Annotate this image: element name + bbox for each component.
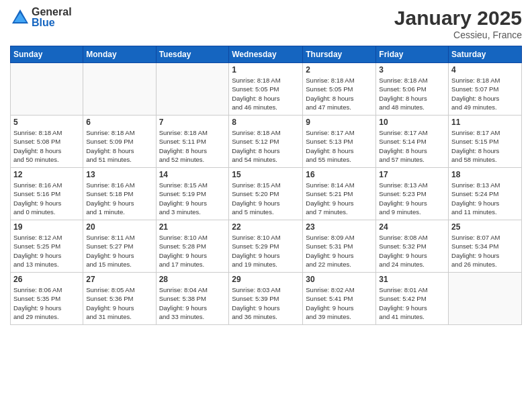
calendar-cell: 26Sunrise: 8:06 AM Sunset: 5:35 PM Dayli… xyxy=(11,273,83,325)
day-number: 6 xyxy=(86,118,152,127)
day-info: Sunrise: 8:18 AM Sunset: 5:07 PM Dayligh… xyxy=(451,76,519,111)
header: General Blue January 2025 Cessieu, Franc… xyxy=(10,7,522,40)
calendar-cell: 11Sunrise: 8:17 AM Sunset: 5:15 PM Dayli… xyxy=(449,116,522,168)
day-info: Sunrise: 8:09 AM Sunset: 5:31 PM Dayligh… xyxy=(306,233,373,269)
day-info: Sunrise: 8:18 AM Sunset: 5:12 PM Dayligh… xyxy=(232,128,300,164)
day-number: 30 xyxy=(306,275,373,284)
day-info: Sunrise: 8:05 AM Sunset: 5:36 PM Dayligh… xyxy=(86,285,152,321)
logo-general: General xyxy=(32,7,72,17)
calendar-cell: 15Sunrise: 8:15 AM Sunset: 5:20 PM Dayli… xyxy=(229,168,303,220)
day-number: 21 xyxy=(159,222,226,232)
calendar-cell: 2Sunrise: 8:18 AM Sunset: 5:05 PM Daylig… xyxy=(303,63,376,116)
day-info: Sunrise: 8:01 AM Sunset: 5:42 PM Dayligh… xyxy=(379,285,445,321)
weekday-header: Wednesday xyxy=(229,46,303,63)
calendar-header: SundayMondayTuesdayWednesdayThursdayFrid… xyxy=(11,46,522,63)
day-number: 16 xyxy=(306,170,373,179)
day-info: Sunrise: 8:18 AM Sunset: 5:05 PM Dayligh… xyxy=(232,76,300,111)
day-info: Sunrise: 8:08 AM Sunset: 5:32 PM Dayligh… xyxy=(379,233,445,269)
calendar-cell: 21Sunrise: 8:10 AM Sunset: 5:28 PM Dayli… xyxy=(156,220,229,273)
day-info: Sunrise: 8:12 AM Sunset: 5:25 PM Dayligh… xyxy=(13,233,80,269)
calendar-cell: 16Sunrise: 8:14 AM Sunset: 5:21 PM Dayli… xyxy=(303,168,376,220)
calendar-week-row: 1Sunrise: 8:18 AM Sunset: 5:05 PM Daylig… xyxy=(11,63,522,116)
logo-icon xyxy=(10,7,30,28)
day-info: Sunrise: 8:14 AM Sunset: 5:21 PM Dayligh… xyxy=(306,181,373,216)
calendar-cell: 14Sunrise: 8:15 AM Sunset: 5:19 PM Dayli… xyxy=(156,168,229,220)
logo-text: General Blue xyxy=(32,7,72,28)
weekday-header: Tuesday xyxy=(156,46,229,63)
day-number: 25 xyxy=(451,222,519,232)
calendar-cell: 1Sunrise: 8:18 AM Sunset: 5:05 PM Daylig… xyxy=(229,63,303,116)
day-number: 2 xyxy=(306,65,373,75)
day-info: Sunrise: 8:13 AM Sunset: 5:24 PM Dayligh… xyxy=(451,181,519,216)
calendar-cell: 6Sunrise: 8:18 AM Sunset: 5:09 PM Daylig… xyxy=(83,116,156,168)
day-number: 4 xyxy=(451,65,519,75)
day-number: 13 xyxy=(86,170,152,179)
calendar-cell: 27Sunrise: 8:05 AM Sunset: 5:36 PM Dayli… xyxy=(83,273,156,325)
day-info: Sunrise: 8:11 AM Sunset: 5:27 PM Dayligh… xyxy=(86,233,152,269)
day-info: Sunrise: 8:13 AM Sunset: 5:23 PM Dayligh… xyxy=(379,181,445,216)
logo: General Blue xyxy=(10,7,72,28)
weekday-header: Thursday xyxy=(303,46,376,63)
calendar-cell xyxy=(11,63,83,116)
weekday-header: Friday xyxy=(376,46,449,63)
day-number: 19 xyxy=(13,222,80,232)
day-info: Sunrise: 8:10 AM Sunset: 5:28 PM Dayligh… xyxy=(159,233,226,269)
weekday-header: Monday xyxy=(83,46,156,63)
day-number: 15 xyxy=(232,170,300,179)
day-info: Sunrise: 8:15 AM Sunset: 5:19 PM Dayligh… xyxy=(159,181,226,216)
calendar-cell: 13Sunrise: 8:16 AM Sunset: 5:18 PM Dayli… xyxy=(83,168,156,220)
day-number: 3 xyxy=(379,65,445,75)
day-info: Sunrise: 8:18 AM Sunset: 5:09 PM Dayligh… xyxy=(86,128,152,164)
calendar-cell: 19Sunrise: 8:12 AM Sunset: 5:25 PM Dayli… xyxy=(11,220,83,273)
day-number: 28 xyxy=(159,275,226,284)
day-number: 7 xyxy=(159,118,226,127)
calendar-cell: 9Sunrise: 8:17 AM Sunset: 5:13 PM Daylig… xyxy=(303,116,376,168)
calendar-week-row: 19Sunrise: 8:12 AM Sunset: 5:25 PM Dayli… xyxy=(11,220,522,273)
calendar-cell xyxy=(449,273,522,325)
calendar-cell: 25Sunrise: 8:07 AM Sunset: 5:34 PM Dayli… xyxy=(449,220,522,273)
calendar-cell: 18Sunrise: 8:13 AM Sunset: 5:24 PM Dayli… xyxy=(449,168,522,220)
day-number: 23 xyxy=(306,222,373,232)
day-info: Sunrise: 8:18 AM Sunset: 5:11 PM Dayligh… xyxy=(159,128,226,164)
day-number: 12 xyxy=(13,170,80,179)
day-info: Sunrise: 8:18 AM Sunset: 5:05 PM Dayligh… xyxy=(306,76,373,111)
calendar-cell: 17Sunrise: 8:13 AM Sunset: 5:23 PM Dayli… xyxy=(376,168,449,220)
calendar-cell: 20Sunrise: 8:11 AM Sunset: 5:27 PM Dayli… xyxy=(83,220,156,273)
calendar-cell: 31Sunrise: 8:01 AM Sunset: 5:42 PM Dayli… xyxy=(376,273,449,325)
day-info: Sunrise: 8:03 AM Sunset: 5:39 PM Dayligh… xyxy=(232,285,300,321)
day-number: 9 xyxy=(306,118,373,127)
day-number: 11 xyxy=(451,118,519,127)
day-number: 26 xyxy=(13,275,80,284)
calendar-cell: 3Sunrise: 8:18 AM Sunset: 5:06 PM Daylig… xyxy=(376,63,449,116)
day-number: 31 xyxy=(379,275,445,284)
day-info: Sunrise: 8:02 AM Sunset: 5:41 PM Dayligh… xyxy=(306,285,373,321)
calendar-cell: 24Sunrise: 8:08 AM Sunset: 5:32 PM Dayli… xyxy=(376,220,449,273)
day-info: Sunrise: 8:18 AM Sunset: 5:06 PM Dayligh… xyxy=(379,76,445,111)
day-info: Sunrise: 8:07 AM Sunset: 5:34 PM Dayligh… xyxy=(451,233,519,269)
calendar-week-row: 12Sunrise: 8:16 AM Sunset: 5:16 PM Dayli… xyxy=(11,168,522,220)
day-number: 22 xyxy=(232,222,300,232)
calendar-table: SundayMondayTuesdayWednesdayThursdayFrid… xyxy=(10,46,522,325)
day-info: Sunrise: 8:15 AM Sunset: 5:20 PM Dayligh… xyxy=(232,181,300,216)
calendar-cell: 4Sunrise: 8:18 AM Sunset: 5:07 PM Daylig… xyxy=(449,63,522,116)
month-title: January 2025 xyxy=(394,7,522,30)
calendar-cell: 29Sunrise: 8:03 AM Sunset: 5:39 PM Dayli… xyxy=(229,273,303,325)
day-info: Sunrise: 8:18 AM Sunset: 5:08 PM Dayligh… xyxy=(13,128,80,164)
day-info: Sunrise: 8:04 AM Sunset: 5:38 PM Dayligh… xyxy=(159,285,226,321)
calendar-body: 1Sunrise: 8:18 AM Sunset: 5:05 PM Daylig… xyxy=(11,63,522,325)
calendar-cell: 22Sunrise: 8:10 AM Sunset: 5:29 PM Dayli… xyxy=(229,220,303,273)
day-number: 27 xyxy=(86,275,152,284)
day-info: Sunrise: 8:17 AM Sunset: 5:13 PM Dayligh… xyxy=(306,128,373,164)
title-block: January 2025 Cessieu, France xyxy=(394,7,522,40)
day-info: Sunrise: 8:17 AM Sunset: 5:15 PM Dayligh… xyxy=(451,128,519,164)
calendar-week-row: 26Sunrise: 8:06 AM Sunset: 5:35 PM Dayli… xyxy=(11,273,522,325)
day-number: 5 xyxy=(13,118,80,127)
calendar-week-row: 5Sunrise: 8:18 AM Sunset: 5:08 PM Daylig… xyxy=(11,116,522,168)
day-number: 20 xyxy=(86,222,152,232)
calendar-cell: 10Sunrise: 8:17 AM Sunset: 5:14 PM Dayli… xyxy=(376,116,449,168)
weekday-header: Sunday xyxy=(11,46,83,63)
calendar-cell xyxy=(156,63,229,116)
location: Cessieu, France xyxy=(394,30,522,40)
calendar-cell: 7Sunrise: 8:18 AM Sunset: 5:11 PM Daylig… xyxy=(156,116,229,168)
day-number: 1 xyxy=(232,65,300,75)
